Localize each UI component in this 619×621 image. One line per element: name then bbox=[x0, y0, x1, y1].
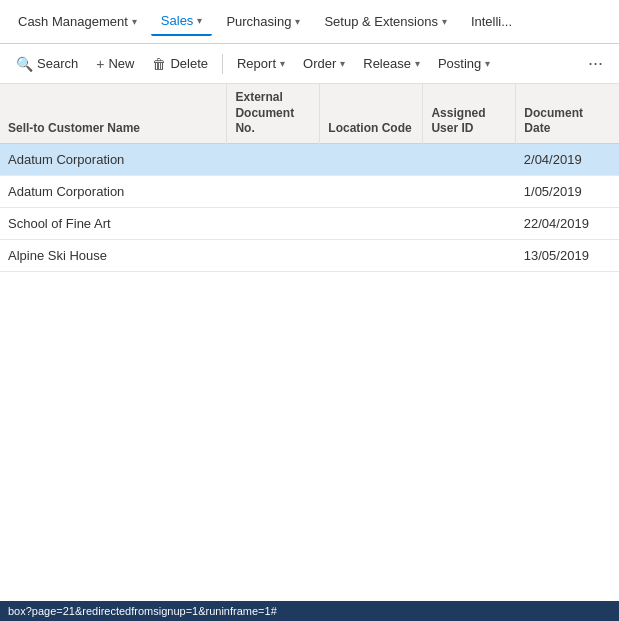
table-header-row: Sell-to Customer Name External Document … bbox=[0, 84, 619, 143]
cell-location bbox=[320, 175, 423, 207]
release-label: Release bbox=[363, 56, 411, 71]
cell-assignedUser bbox=[423, 239, 516, 271]
cell-location bbox=[320, 207, 423, 239]
nav-cash-management[interactable]: Cash Management ▾ bbox=[8, 8, 147, 35]
more-button[interactable]: ··· bbox=[580, 48, 611, 79]
cell-extDoc bbox=[227, 175, 320, 207]
nav-cash-management-label: Cash Management bbox=[18, 14, 128, 29]
table-body: Adatum Corporation2/04/2019Adatum Corpor… bbox=[0, 143, 619, 271]
nav-sales-label: Sales bbox=[161, 13, 194, 28]
search-label: Search bbox=[37, 56, 78, 71]
table-row[interactable]: Adatum Corporation2/04/2019 bbox=[0, 143, 619, 175]
status-bar: box?page=21&redirectedfromsignup=1&runin… bbox=[0, 601, 619, 621]
cell-location bbox=[320, 143, 423, 175]
cell-name: Alpine Ski House bbox=[0, 239, 227, 271]
cell-docDate: 22/04/2019 bbox=[516, 207, 619, 239]
report-button[interactable]: Report ▾ bbox=[229, 51, 293, 76]
table-row[interactable]: Adatum Corporation1/05/2019 bbox=[0, 175, 619, 207]
top-nav: Cash Management ▾ Sales ▾ Purchasing ▾ S… bbox=[0, 0, 619, 44]
posting-button[interactable]: Posting ▾ bbox=[430, 51, 498, 76]
col-header-name: Sell-to Customer Name bbox=[0, 84, 227, 143]
nav-cash-management-chevron: ▾ bbox=[132, 16, 137, 27]
new-icon: + bbox=[96, 56, 104, 72]
nav-intelli-label: Intelli... bbox=[471, 14, 512, 29]
cell-docDate: 1/05/2019 bbox=[516, 175, 619, 207]
posting-chevron: ▾ bbox=[485, 58, 490, 69]
report-chevron: ▾ bbox=[280, 58, 285, 69]
cell-assignedUser bbox=[423, 143, 516, 175]
cell-docDate: 13/05/2019 bbox=[516, 239, 619, 271]
orders-table: Sell-to Customer Name External Document … bbox=[0, 84, 619, 272]
col-header-date: Document Date bbox=[516, 84, 619, 143]
nav-purchasing-label: Purchasing bbox=[226, 14, 291, 29]
col-header-ext: External Document No. bbox=[227, 84, 320, 143]
new-button[interactable]: + New bbox=[88, 51, 142, 77]
release-chevron: ▾ bbox=[415, 58, 420, 69]
nav-setup-extensions-label: Setup & Extensions bbox=[324, 14, 437, 29]
nav-sales-chevron: ▾ bbox=[197, 15, 202, 26]
cell-assignedUser bbox=[423, 175, 516, 207]
search-icon: 🔍 bbox=[16, 56, 33, 72]
delete-icon: 🗑 bbox=[152, 56, 166, 72]
nav-sales[interactable]: Sales ▾ bbox=[151, 7, 213, 36]
cell-docDate: 2/04/2019 bbox=[516, 143, 619, 175]
status-url: box?page=21&redirectedfromsignup=1&runin… bbox=[8, 605, 277, 617]
table-container: Sell-to Customer Name External Document … bbox=[0, 84, 619, 601]
separator-1 bbox=[222, 54, 223, 74]
nav-purchasing[interactable]: Purchasing ▾ bbox=[216, 8, 310, 35]
posting-label: Posting bbox=[438, 56, 481, 71]
order-button[interactable]: Order ▾ bbox=[295, 51, 353, 76]
search-button[interactable]: 🔍 Search bbox=[8, 51, 86, 77]
cell-name: School of Fine Art bbox=[0, 207, 227, 239]
nav-setup-extensions[interactable]: Setup & Extensions ▾ bbox=[314, 8, 456, 35]
cell-extDoc bbox=[227, 239, 320, 271]
order-chevron: ▾ bbox=[340, 58, 345, 69]
cell-name: Adatum Corporation bbox=[0, 143, 227, 175]
nav-setup-chevron: ▾ bbox=[442, 16, 447, 27]
delete-label: Delete bbox=[170, 56, 208, 71]
cell-extDoc bbox=[227, 207, 320, 239]
new-label: New bbox=[108, 56, 134, 71]
col-header-user: Assigned User ID bbox=[423, 84, 516, 143]
report-label: Report bbox=[237, 56, 276, 71]
cell-name: Adatum Corporation bbox=[0, 175, 227, 207]
order-label: Order bbox=[303, 56, 336, 71]
nav-purchasing-chevron: ▾ bbox=[295, 16, 300, 27]
nav-intelli[interactable]: Intelli... bbox=[461, 8, 522, 35]
release-button[interactable]: Release ▾ bbox=[355, 51, 428, 76]
col-header-location: Location Code bbox=[320, 84, 423, 143]
action-bar: 🔍 Search + New 🗑 Delete Report ▾ Order ▾… bbox=[0, 44, 619, 84]
cell-extDoc bbox=[227, 143, 320, 175]
cell-assignedUser bbox=[423, 207, 516, 239]
delete-button[interactable]: 🗑 Delete bbox=[144, 51, 216, 77]
table-row[interactable]: School of Fine Art22/04/2019 bbox=[0, 207, 619, 239]
table-row[interactable]: Alpine Ski House13/05/2019 bbox=[0, 239, 619, 271]
cell-location bbox=[320, 239, 423, 271]
